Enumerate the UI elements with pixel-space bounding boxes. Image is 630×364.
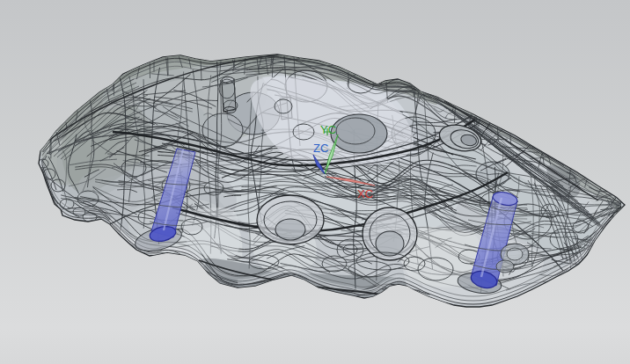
svg-text:YC: YC — [320, 123, 336, 136]
svg-text:ZC: ZC — [313, 142, 328, 155]
svg-text:XC: XC — [357, 187, 373, 200]
